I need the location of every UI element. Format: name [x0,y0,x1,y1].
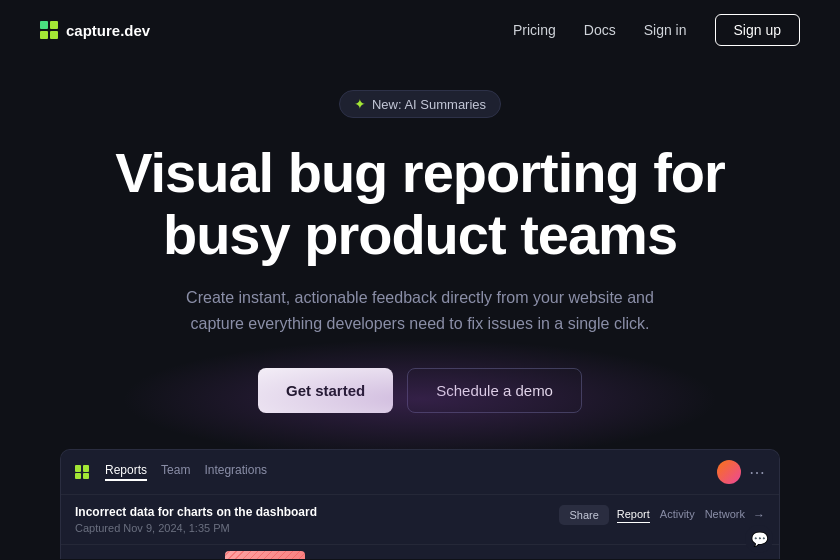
get-started-button[interactable]: Get started [258,368,393,413]
app-search-row: 🔍 Type to search... [61,544,779,559]
nav-link-pricing[interactable]: Pricing [513,22,556,38]
app-bar-right: ⋯ [717,460,765,484]
panel-tab-activity[interactable]: Activity [660,508,695,523]
logo-icon [40,21,58,39]
schedule-demo-button[interactable]: Schedule a demo [407,368,582,413]
app-preview: Reports Team Integrations ⋯ Incorrect da… [60,449,780,559]
logo-text: capture.dev [66,22,150,39]
badge-text: New: AI Summaries [372,97,486,112]
navbar: capture.dev Pricing Docs Sign in Sign up [0,0,840,60]
badge-star-icon: ✦ [354,96,366,112]
nav-link-docs[interactable]: Docs [584,22,616,38]
panel-tab-report[interactable]: Report [617,508,650,523]
panel-tab-network[interactable]: Network [705,508,745,523]
issue-info: Incorrect data for charts on the dashboa… [75,505,317,534]
app-right-panel: Share Report Activity Network → [559,505,765,525]
nav-link-signin[interactable]: Sign in [644,22,687,38]
screenshot-thumbnail [225,551,305,559]
signup-button[interactable]: Sign up [715,14,800,46]
app-top-bar: Reports Team Integrations ⋯ [61,450,779,495]
share-button[interactable]: Share [559,505,608,525]
hero-section: ✦ New: AI Summaries Visual bug reporting… [0,60,840,449]
app-tab-reports[interactable]: Reports [105,463,147,481]
issue-title: Incorrect data for charts on the dashboa… [75,505,317,519]
hero-subtitle: Create instant, actionable feedback dire… [160,285,680,336]
app-logo-small [75,465,89,479]
logo[interactable]: capture.dev [40,21,150,39]
issue-meta: Captured Nov 9, 2024, 1:35 PM [75,522,317,534]
announcement-badge: ✦ New: AI Summaries [339,90,501,118]
app-content: Incorrect data for charts on the dashboa… [61,495,779,544]
hero-title-line1: Visual bug reporting for [115,141,725,204]
expand-icon[interactable]: → [753,508,765,522]
more-options-icon[interactable]: ⋯ [749,463,765,482]
nav-links: Pricing Docs Sign in Sign up [513,14,800,46]
hero-title-line2: busy product teams [163,203,677,266]
app-bar-left: Reports Team Integrations [75,463,267,481]
avatar [717,460,741,484]
app-tab-integrations[interactable]: Integrations [204,463,267,481]
app-tabs: Reports Team Integrations [105,463,267,481]
hero-buttons: Get started Schedule a demo [258,368,582,413]
panel-tabs: Report Activity Network [617,508,745,523]
app-tab-team[interactable]: Team [161,463,190,481]
hero-title: Visual bug reporting for busy product te… [115,142,725,265]
